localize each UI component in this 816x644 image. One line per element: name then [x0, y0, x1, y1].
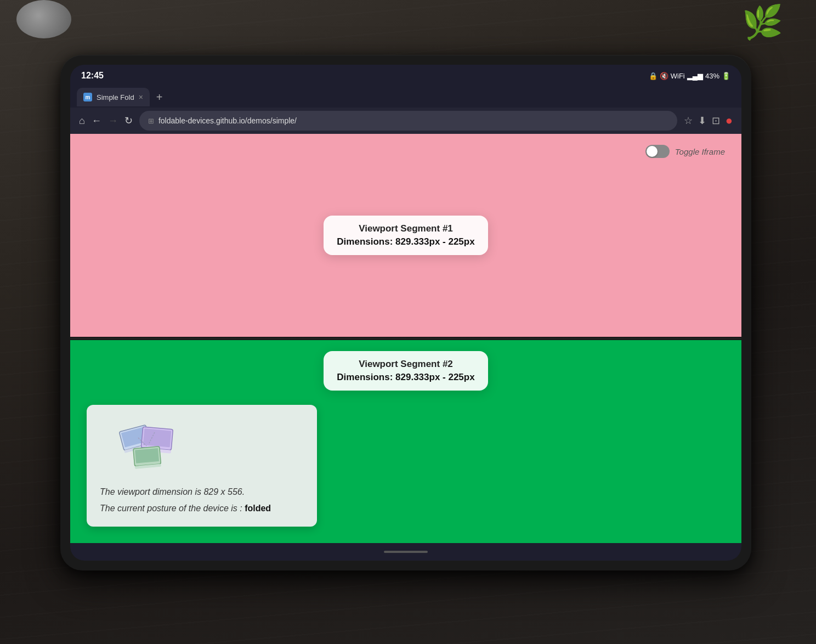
device-illustration: [100, 416, 209, 476]
battery-icon: 🔋: [722, 72, 730, 80]
new-tab-button[interactable]: +: [156, 91, 163, 104]
segment2-top-area: Viewport Segment #2 Dimensions: 829.333p…: [70, 340, 741, 391]
forward-button[interactable]: →: [108, 115, 118, 127]
toggle-iframe-area: Toggle Iframe: [645, 145, 725, 158]
viewport-dimension-text: The viewport dimension is 829 x 556.: [100, 487, 304, 497]
posture-label: The current posture of the device is :: [100, 504, 242, 513]
device-bottom-bar: [70, 543, 741, 561]
toggle-iframe-label: Toggle Iframe: [675, 147, 725, 156]
active-tab[interactable]: m Simple Fold ×: [77, 88, 150, 106]
battery-indicator: 43%: [705, 72, 719, 80]
address-bar[interactable]: ⊞ foldable-devices.github.io/demos/simpl…: [139, 111, 677, 131]
back-button[interactable]: ←: [92, 115, 101, 127]
posture-value: folded: [245, 504, 271, 513]
browser-chrome: 12:45 🔒 🔇 WiFi ▂▄▆ 43% 🔋 m Simple Fold ×: [70, 65, 741, 134]
segment1-title: Viewport Segment #1: [337, 223, 474, 234]
mute-icon: 🔇: [660, 72, 668, 80]
content-card: The viewport dimension is 829 x 556. The…: [87, 405, 317, 527]
tab-close-button[interactable]: ×: [139, 93, 143, 101]
home-indicator: [384, 551, 428, 553]
record-icon[interactable]: ●: [726, 114, 733, 128]
bookmark-icon[interactable]: ☆: [684, 115, 693, 127]
segment2-title: Viewport Segment #2: [337, 359, 474, 370]
tab-title: Simple Fold: [97, 93, 134, 101]
posture-text: The current posture of the device is : f…: [100, 504, 304, 513]
download-icon[interactable]: ⬇: [698, 115, 706, 127]
status-time: 12:45: [81, 71, 104, 81]
segment2-dimensions: Dimensions: 829.333px - 225px: [337, 372, 474, 383]
site-info-icon: ⊞: [148, 117, 154, 125]
toggle-iframe-switch[interactable]: [645, 145, 670, 158]
segments-container: Viewport Segment #1 Dimensions: 829.333p…: [70, 134, 741, 543]
tab-switcher-icon[interactable]: ⊡: [712, 115, 720, 127]
segment2-info-card: Viewport Segment #2 Dimensions: 829.333p…: [324, 351, 488, 391]
status-bar: 12:45 🔒 🔇 WiFi ▂▄▆ 43% 🔋: [70, 65, 741, 84]
lock-icon: 🔒: [649, 72, 658, 80]
svg-rect-7: [135, 448, 159, 464]
home-icon[interactable]: ⌂: [79, 115, 85, 127]
signal-icon: ▂▄▆: [687, 72, 703, 80]
nav-bar: ⌂ ← → ↻ ⊞ foldable-devices.github.io/dem…: [70, 108, 741, 134]
refresh-button[interactable]: ↻: [124, 115, 133, 127]
decorative-object: [16, 0, 71, 38]
svg-rect-4: [143, 428, 171, 447]
device-screen: 12:45 🔒 🔇 WiFi ▂▄▆ 43% 🔋 m Simple Fold ×: [70, 65, 741, 561]
wifi-icon: WiFi: [671, 72, 685, 80]
viewport-segment-2: Viewport Segment #2 Dimensions: 829.333p…: [70, 340, 741, 543]
nav-actions: ☆ ⬇ ⊡ ●: [684, 114, 733, 128]
tab-bar: m Simple Fold × +: [70, 84, 741, 108]
viewport-segment-1: Viewport Segment #1 Dimensions: 829.333p…: [70, 134, 741, 337]
status-icons: 🔒 🔇 WiFi ▂▄▆ 43% 🔋: [649, 72, 730, 80]
segment1-dimensions: Dimensions: 829.333px - 225px: [337, 236, 474, 247]
tab-favicon: m: [83, 93, 92, 101]
foldable-device-frame: 12:45 🔒 🔇 WiFi ▂▄▆ 43% 🔋 m Simple Fold ×: [60, 55, 751, 570]
plant-decoration: [717, 0, 783, 44]
url-text: foldable-devices.github.io/demos/simple/: [158, 116, 297, 125]
segment1-info-card: Viewport Segment #1 Dimensions: 829.333p…: [324, 216, 488, 255]
